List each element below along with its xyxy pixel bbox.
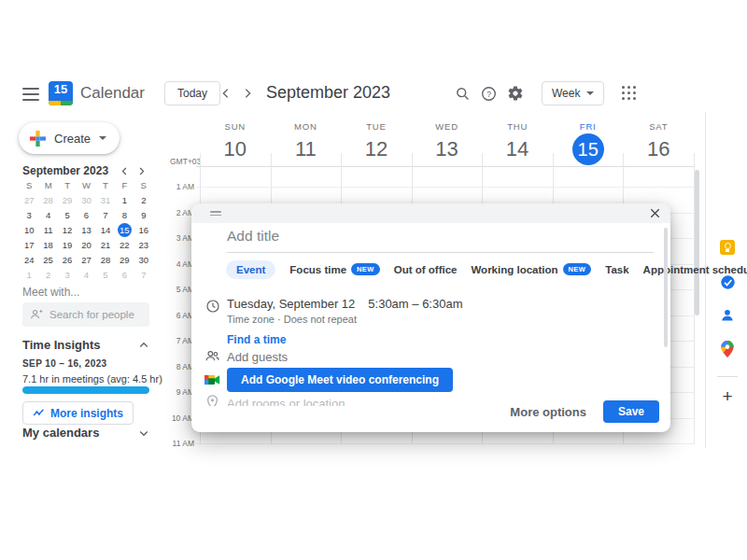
mini-day[interactable]: 20 <box>77 238 95 251</box>
help-button[interactable]: ? <box>475 80 501 106</box>
event-type-tab[interactable]: Out of office <box>394 260 458 279</box>
mini-day[interactable]: 6 <box>115 268 134 281</box>
mini-day[interactable]: 30 <box>77 193 95 206</box>
mini-day[interactable]: 1 <box>20 268 38 281</box>
day-number[interactable]: 14 <box>501 133 533 165</box>
person-search-icon <box>30 308 43 321</box>
mini-day[interactable]: 7 <box>134 268 153 281</box>
google-apps-button[interactable] <box>619 83 640 104</box>
maps-button[interactable] <box>713 335 741 363</box>
event-type-tab[interactable]: Appointment schedule <box>643 260 747 279</box>
mini-day[interactable]: 8 <box>115 208 134 221</box>
day-header[interactable]: THU14 <box>482 112 553 166</box>
mini-day[interactable]: 1 <box>115 193 134 206</box>
my-calendars-section-toggle[interactable]: My calendars <box>22 426 149 440</box>
search-button[interactable] <box>449 80 475 106</box>
add-guests-input[interactable]: Add guests <box>227 350 288 364</box>
mini-day[interactable]: 26 <box>58 253 77 266</box>
keep-icon <box>720 240 735 255</box>
mini-day[interactable]: 27 <box>20 193 38 206</box>
mini-day[interactable]: 14 <box>96 223 115 236</box>
mini-day[interactable]: 29 <box>115 253 134 266</box>
mini-day[interactable]: 28 <box>38 193 57 206</box>
mini-day[interactable]: 6 <box>77 208 95 221</box>
dialog-scrollbar[interactable] <box>664 228 668 347</box>
mini-day[interactable]: 5 <box>58 208 77 221</box>
main-menu-icon[interactable] <box>22 88 39 101</box>
day-number[interactable]: 11 <box>289 133 321 165</box>
prev-period-button[interactable] <box>215 82 237 105</box>
dialog-drag-bar[interactable] <box>191 203 670 223</box>
mini-day[interactable]: 18 <box>38 238 57 251</box>
mini-calendar-next-button[interactable] <box>133 162 149 179</box>
people-search-input[interactable]: Search for people <box>22 302 149 327</box>
day-header[interactable]: SUN10 <box>200 112 271 166</box>
more-insights-button[interactable]: More insights <box>22 401 134 425</box>
mini-day[interactable]: 21 <box>96 238 115 251</box>
mini-day[interactable]: 25 <box>38 253 57 266</box>
add-meet-button[interactable]: Add Google Meet video conferencing <box>227 368 453 392</box>
mini-day[interactable]: 4 <box>38 208 57 221</box>
more-options-button[interactable]: More options <box>510 405 586 419</box>
mini-day[interactable]: 15 <box>115 223 134 236</box>
keep-button[interactable] <box>713 233 741 261</box>
day-number[interactable]: 16 <box>642 133 674 165</box>
calendar-logo-icon[interactable]: 15 <box>49 81 73 105</box>
mini-day[interactable]: 9 <box>134 208 153 221</box>
find-a-time-link[interactable]: Find a time <box>227 333 286 346</box>
day-number[interactable]: 12 <box>360 133 392 165</box>
mini-day[interactable]: 11 <box>38 223 57 236</box>
event-datetime-row[interactable]: Tuesday, September 12 5:30am – 6:30am <box>227 297 463 311</box>
day-number[interactable]: 15 <box>572 133 604 165</box>
get-addons-button[interactable]: + <box>713 383 741 411</box>
day-number[interactable]: 10 <box>219 133 251 165</box>
today-button[interactable]: Today <box>164 81 220 105</box>
mini-day[interactable]: 27 <box>77 253 95 266</box>
day-header[interactable]: FRI15 <box>553 112 624 166</box>
mini-day[interactable]: 3 <box>58 268 77 281</box>
mini-day[interactable]: 23 <box>134 238 153 251</box>
next-period-button[interactable] <box>236 82 259 105</box>
mini-day[interactable]: 19 <box>58 238 77 251</box>
event-title-input[interactable]: Add title <box>227 228 279 245</box>
save-button[interactable]: Save <box>603 400 659 423</box>
timezone-repeat-row[interactable]: Time zone · Does not repeat <box>227 314 357 325</box>
mini-day[interactable]: 7 <box>96 208 115 221</box>
mini-day[interactable]: 3 <box>20 208 38 221</box>
mini-day[interactable]: 2 <box>38 268 57 281</box>
mini-day[interactable]: 13 <box>77 223 95 236</box>
mini-day[interactable]: 22 <box>115 238 134 251</box>
event-type-tab[interactable]: Working locationNEW <box>471 259 591 279</box>
dialog-close-button[interactable] <box>648 206 663 221</box>
mini-day[interactable]: 17 <box>20 238 38 251</box>
chevron-left-icon <box>219 87 233 100</box>
mini-day[interactable]: 10 <box>20 223 38 236</box>
contacts-button[interactable] <box>713 301 741 329</box>
day-header[interactable]: TUE12 <box>341 112 412 166</box>
chevron-right-icon <box>241 87 254 100</box>
event-type-tab[interactable]: Task <box>605 260 628 279</box>
mini-day[interactable]: 24 <box>20 253 38 266</box>
mini-day[interactable]: 28 <box>96 253 115 266</box>
mini-day[interactable]: 29 <box>58 193 77 206</box>
mini-day[interactable]: 4 <box>77 268 95 281</box>
dialog-tabs: EventFocus timeNEWOut of officeWorking l… <box>226 259 747 279</box>
day-header[interactable]: SAT16 <box>623 112 694 166</box>
view-selector-dropdown[interactable]: Week <box>542 81 604 105</box>
mini-day[interactable]: 2 <box>134 193 153 206</box>
settings-button[interactable] <box>502 80 529 106</box>
event-type-tab[interactable]: Focus timeNEW <box>289 259 379 279</box>
create-button[interactable]: Create <box>19 122 120 154</box>
time-insights-section-toggle[interactable]: Time Insights <box>22 338 149 352</box>
day-header[interactable]: MON11 <box>271 112 342 166</box>
mini-day[interactable]: 5 <box>96 268 115 281</box>
mini-calendar-prev-button[interactable] <box>116 162 133 179</box>
mini-day[interactable]: 31 <box>96 193 115 206</box>
event-type-tab[interactable]: Event <box>226 260 275 279</box>
calendar-scrollbar[interactable] <box>695 170 699 315</box>
day-number[interactable]: 13 <box>431 133 463 165</box>
mini-day[interactable]: 12 <box>58 223 77 236</box>
mini-day[interactable]: 30 <box>134 253 153 266</box>
day-header[interactable]: WED13 <box>412 112 483 166</box>
mini-day[interactable]: 16 <box>134 223 153 236</box>
